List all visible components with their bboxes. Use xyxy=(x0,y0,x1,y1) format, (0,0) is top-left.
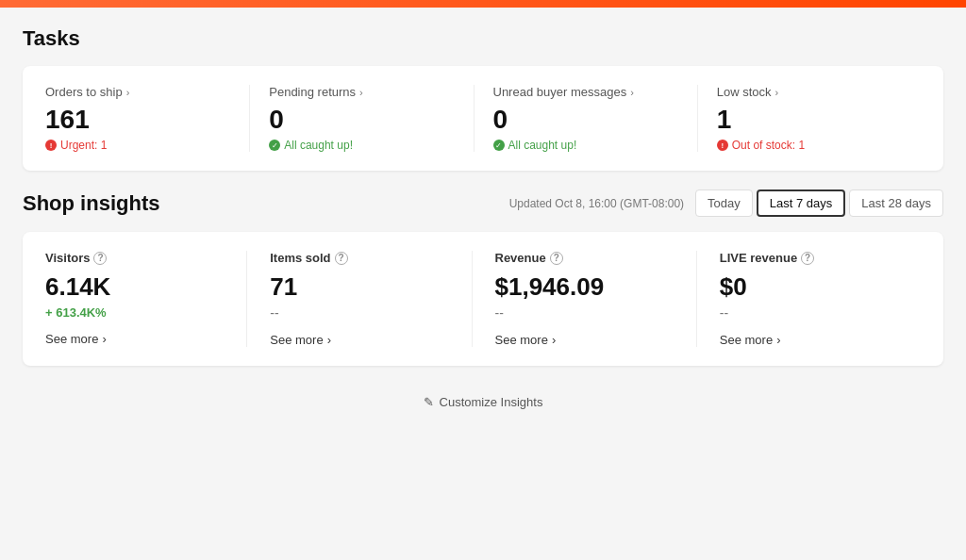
task-returns-label: Pending returns › xyxy=(269,85,454,99)
revenue-info-icon[interactable]: ? xyxy=(550,252,563,265)
tasks-section: Tasks Orders to ship › 161 ! Urgent: 1 P… xyxy=(23,26,943,171)
updated-text: Updated Oct 8, 16:00 (GMT-08:00) xyxy=(509,197,684,210)
visitors-change: + 613.4K% xyxy=(45,305,224,320)
revenue-dash: -- xyxy=(495,305,674,321)
see-more-chevron-live: › xyxy=(776,333,780,347)
ok-dot-messages: ✓ xyxy=(493,140,505,151)
tasks-title: Tasks xyxy=(23,26,943,51)
see-more-chevron-items: › xyxy=(327,333,331,347)
items-sold-see-more-link[interactable]: See more › xyxy=(270,333,331,347)
metric-visitors: Visitors ? 6.14K + 613.4K% See more › xyxy=(45,251,247,347)
see-more-chevron-revenue: › xyxy=(552,333,556,347)
insights-section: Shop insights Updated Oct 8, 16:00 (GMT-… xyxy=(23,189,943,419)
visitors-label: Visitors ? xyxy=(45,251,224,265)
task-orders-label: Orders to ship › xyxy=(45,85,230,99)
urgent-dot-stock: ! xyxy=(717,140,728,151)
revenue-value: $1,946.09 xyxy=(495,272,674,302)
task-stock-chevron: › xyxy=(775,87,779,98)
task-stock-status: ! Out of stock: 1 xyxy=(717,139,902,152)
task-pending-returns: Pending returns › 0 ✓ All caught up! xyxy=(269,85,474,152)
items-sold-info-icon[interactable]: ? xyxy=(335,252,348,265)
filter-28days-button[interactable]: Last 28 days xyxy=(849,189,943,217)
task-orders-to-ship: Orders to ship › 161 ! Urgent: 1 xyxy=(45,85,250,152)
insights-header: Shop insights Updated Oct 8, 16:00 (GMT-… xyxy=(23,189,943,217)
metric-revenue: Revenue ? $1,946.09 -- See more › xyxy=(495,251,697,347)
urgent-dot: ! xyxy=(45,140,57,151)
task-messages-status: ✓ All caught up! xyxy=(493,139,678,152)
metric-live-revenue: LIVE revenue ? $0 -- See more › xyxy=(720,251,921,347)
live-revenue-value: $0 xyxy=(720,272,898,302)
items-sold-dash: -- xyxy=(270,305,448,321)
task-messages-chevron: › xyxy=(630,87,634,98)
top-bar xyxy=(0,0,966,8)
live-revenue-label: LIVE revenue ? xyxy=(720,251,898,265)
customize-insights-section: ✎ Customize Insights xyxy=(23,385,943,419)
insights-meta: Updated Oct 8, 16:00 (GMT-08:00) Today L… xyxy=(509,189,943,217)
filter-today-button[interactable]: Today xyxy=(695,189,753,217)
tasks-card: Orders to ship › 161 ! Urgent: 1 Pending… xyxy=(23,66,943,171)
task-returns-link[interactable]: Pending returns xyxy=(269,85,356,99)
task-messages: Unread buyer messages › 0 ✓ All caught u… xyxy=(493,85,698,152)
insights-grid: Visitors ? 6.14K + 613.4K% See more › It… xyxy=(45,251,921,347)
items-sold-label: Items sold ? xyxy=(270,251,448,265)
task-stock-link[interactable]: Low stock xyxy=(717,85,772,99)
time-filter-group: Today Last 7 days Last 28 days xyxy=(695,189,943,217)
visitors-info-icon[interactable]: ? xyxy=(93,252,107,265)
task-stock-count: 1 xyxy=(717,105,902,135)
customize-insights-link[interactable]: ✎ Customize Insights xyxy=(424,395,543,409)
task-returns-chevron: › xyxy=(359,87,363,98)
task-orders-chevron: › xyxy=(126,87,130,98)
live-revenue-dash: -- xyxy=(720,305,898,321)
task-returns-status: ✓ All caught up! xyxy=(269,139,454,152)
task-orders-status: ! Urgent: 1 xyxy=(45,139,230,152)
live-revenue-see-more-link[interactable]: See more › xyxy=(720,333,781,347)
task-messages-count: 0 xyxy=(493,105,678,135)
insights-title: Shop insights xyxy=(23,191,159,216)
task-orders-link[interactable]: Orders to ship xyxy=(45,85,123,99)
ok-dot-returns: ✓ xyxy=(269,140,280,151)
task-stock-label: Low stock › xyxy=(717,85,902,99)
visitors-see-more-link[interactable]: See more › xyxy=(45,332,107,346)
task-messages-label: Unread buyer messages › xyxy=(493,85,678,99)
metric-items-sold: Items sold ? 71 -- See more › xyxy=(270,251,472,347)
task-orders-count: 161 xyxy=(45,105,230,135)
see-more-chevron-visitors: › xyxy=(102,332,106,346)
main-container: Tasks Orders to ship › 161 ! Urgent: 1 P… xyxy=(0,8,966,437)
items-sold-value: 71 xyxy=(270,272,448,302)
filter-7days-button[interactable]: Last 7 days xyxy=(757,189,846,217)
customize-edit-icon: ✎ xyxy=(424,395,434,409)
task-low-stock: Low stock › 1 ! Out of stock: 1 xyxy=(717,85,921,152)
task-returns-count: 0 xyxy=(269,105,454,135)
visitors-value: 6.14K xyxy=(45,272,224,302)
revenue-see-more-link[interactable]: See more › xyxy=(495,333,557,347)
insights-card: Visitors ? 6.14K + 613.4K% See more › It… xyxy=(23,232,943,366)
task-messages-link[interactable]: Unread buyer messages xyxy=(493,85,627,99)
revenue-label: Revenue ? xyxy=(495,251,674,265)
live-revenue-info-icon[interactable]: ? xyxy=(801,252,814,265)
